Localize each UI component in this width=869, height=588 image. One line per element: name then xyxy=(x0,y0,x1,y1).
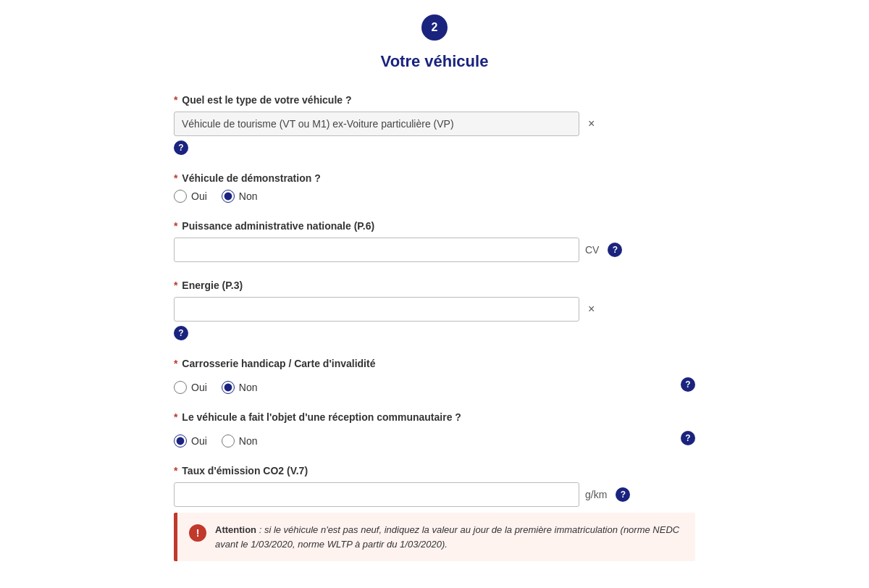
demonstration-oui-option[interactable]: Oui xyxy=(174,190,207,203)
step-number: 2 xyxy=(432,21,438,34)
carrosserie-non-label: Non xyxy=(239,382,258,393)
reception-non-option[interactable]: Non xyxy=(222,434,258,448)
co2-label: * Taux d'émission CO2 (V.7) xyxy=(174,465,695,476)
vehicle-type-label: * Quel est le type de votre véhicule ? xyxy=(174,94,695,106)
energie-clear-button[interactable]: × xyxy=(585,300,597,319)
step-indicator-wrapper: 2 xyxy=(174,14,695,41)
carrosserie-non-radio[interactable] xyxy=(222,381,235,394)
alert-prefix: Attention xyxy=(215,524,256,535)
reception-radio-group: Oui Non xyxy=(174,434,675,448)
puissance-input-row: CV ? xyxy=(174,238,695,262)
reception-help-icon[interactable]: ? xyxy=(681,431,695,445)
required-star-energie: * xyxy=(174,280,177,291)
alert-message: : si le véhicule n'est pas neuf, indique… xyxy=(215,524,679,550)
puissance-input[interactable] xyxy=(174,238,579,262)
reception-label: * Le véhicule a fait l'objet d'une récep… xyxy=(174,411,695,423)
co2-unit: g/km xyxy=(585,489,607,500)
vehicle-type-input[interactable] xyxy=(174,112,579,136)
vehicle-type-clear-button[interactable]: × xyxy=(585,114,597,133)
demonstration-radio-group: Oui Non xyxy=(174,190,695,203)
reception-oui-radio[interactable] xyxy=(174,434,187,448)
demonstration-non-option[interactable]: Non xyxy=(222,190,258,203)
demonstration-non-radio[interactable] xyxy=(222,190,235,203)
demonstration-non-label: Non xyxy=(239,190,258,202)
energie-label: * Energie (P.3) xyxy=(174,280,695,291)
page-title: Votre véhicule xyxy=(174,52,695,71)
vehicle-type-help-below: ? xyxy=(174,140,695,155)
demonstration-section: * Véhicule de démonstration ? Oui Non xyxy=(174,172,695,203)
vehicle-type-input-row: × xyxy=(174,112,695,136)
reception-oui-label: Oui xyxy=(191,435,207,447)
co2-alert-box: ! Attention : si le véhicule n'est pas n… xyxy=(174,513,695,561)
energie-help-below: ? xyxy=(174,326,695,340)
reception-non-label: Non xyxy=(239,435,258,447)
required-star-co2: * xyxy=(174,465,177,476)
demonstration-label: * Véhicule de démonstration ? xyxy=(174,172,695,184)
required-star: * xyxy=(174,94,177,106)
co2-input-row: g/km ? xyxy=(174,482,695,507)
energie-input[interactable] xyxy=(174,297,579,322)
carrosserie-oui-option[interactable]: Oui xyxy=(174,381,207,394)
demonstration-oui-radio[interactable] xyxy=(174,190,187,203)
reception-section: * Le véhicule a fait l'objet d'une récep… xyxy=(174,411,695,448)
carrosserie-non-option[interactable]: Non xyxy=(222,381,258,394)
carrosserie-help-icon[interactable]: ? xyxy=(681,377,695,392)
vehicle-type-help-icon[interactable]: ? xyxy=(174,140,188,155)
co2-section: * Taux d'émission CO2 (V.7) g/km ? ! Att… xyxy=(174,465,695,561)
energie-section: * Energie (P.3) × ? xyxy=(174,280,695,340)
puissance-unit: CV xyxy=(585,244,599,256)
energie-help-icon[interactable]: ? xyxy=(174,326,188,340)
puissance-section: * Puissance administrative nationale (P.… xyxy=(174,220,695,262)
alert-text: Attention : si le véhicule n'est pas neu… xyxy=(215,523,684,551)
required-star-demo: * xyxy=(174,172,177,184)
co2-help-icon[interactable]: ? xyxy=(616,487,630,502)
carrosserie-oui-label: Oui xyxy=(191,382,207,393)
carrosserie-radio-group: Oui Non xyxy=(174,381,675,394)
vehicle-type-section: * Quel est le type de votre véhicule ? ×… xyxy=(174,94,695,155)
reception-oui-option[interactable]: Oui xyxy=(174,434,207,448)
puissance-help-icon[interactable]: ? xyxy=(608,243,622,257)
required-star-puissance: * xyxy=(174,220,177,232)
carrosserie-row: Oui Non ? xyxy=(174,375,695,394)
alert-icon: ! xyxy=(189,524,206,542)
step-circle: 2 xyxy=(421,14,448,41)
energie-input-row: × xyxy=(174,297,695,322)
carrosserie-oui-radio[interactable] xyxy=(174,381,187,394)
carrosserie-section: * Carrosserie handicap / Carte d'invalid… xyxy=(174,358,695,394)
demonstration-oui-label: Oui xyxy=(191,190,207,202)
page-container: 2 Votre véhicule * Quel est le type de v… xyxy=(145,0,724,588)
reception-non-radio[interactable] xyxy=(222,434,235,448)
co2-input[interactable] xyxy=(174,482,579,507)
required-star-carrosserie: * xyxy=(174,358,177,369)
puissance-label: * Puissance administrative nationale (P.… xyxy=(174,220,695,232)
carrosserie-label: * Carrosserie handicap / Carte d'invalid… xyxy=(174,358,695,369)
required-star-reception: * xyxy=(174,411,177,423)
reception-row: Oui Non ? xyxy=(174,429,695,448)
